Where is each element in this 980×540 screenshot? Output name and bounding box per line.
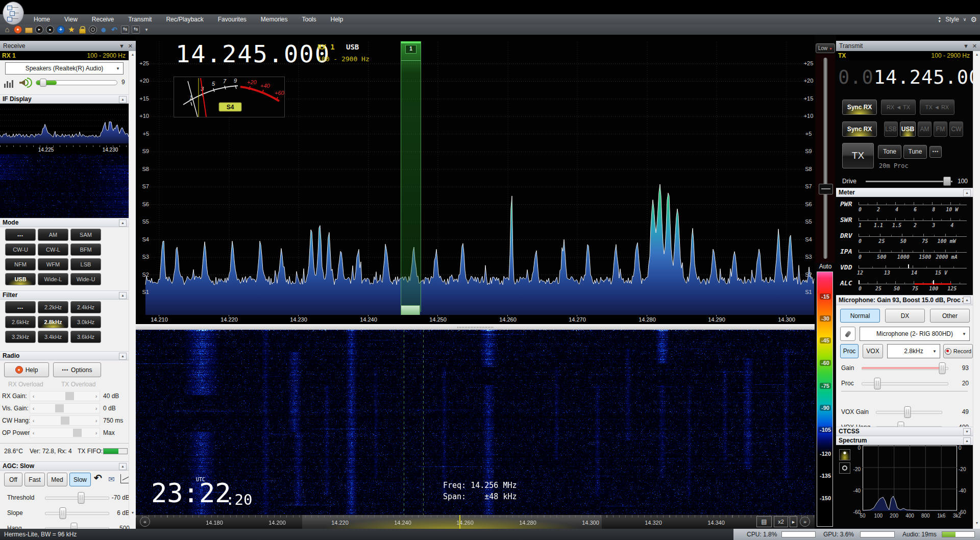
envelope-icon[interactable]: ✉	[108, 475, 115, 484]
filter-button-34khz[interactable]: 3.4kHz	[38, 331, 68, 343]
section-expand-icon[interactable]: ▼	[963, 428, 971, 435]
mic-slider-thumb[interactable]	[904, 406, 911, 418]
scroll-up-icon[interactable]: ▲	[973, 51, 980, 58]
scroll-down-icon[interactable]: ▼	[129, 509, 136, 517]
mic-slider-proc[interactable]	[862, 378, 948, 389]
radio-slider-thumb[interactable]	[61, 416, 69, 425]
swap-a-icon[interactable]: ⇆	[121, 26, 129, 34]
low-level-button[interactable]: Low ▼	[816, 43, 835, 53]
menu-item-memories[interactable]: Memories	[254, 14, 295, 24]
agc-slider-hang[interactable]	[45, 523, 109, 529]
band-step-right-button[interactable]: »	[800, 517, 810, 527]
mic-slider-gain[interactable]	[862, 362, 948, 374]
microphone-icon-button[interactable]	[840, 327, 855, 341]
agc-button-med[interactable]: Med	[47, 473, 67, 486]
sync-rx-button-2[interactable]: Sync RX	[842, 121, 877, 137]
tx-mode-button-cw[interactable]: CW	[949, 121, 963, 137]
folder-icon[interactable]	[24, 26, 33, 34]
tune-button[interactable]: Tune	[903, 145, 927, 159]
drive-slider[interactable]	[866, 177, 952, 186]
filter-button-24khz[interactable]: 2.4kHz	[70, 301, 101, 313]
scroll-right-icon[interactable]: ›	[93, 391, 100, 401]
record-button[interactable]: Record	[943, 344, 973, 358]
vfo-frequency[interactable]: 14.245.000	[176, 40, 330, 68]
menu-item-rec-playback[interactable]: Rec/Playback	[159, 14, 210, 24]
mode-button-bfm[interactable]: BFM	[70, 243, 101, 256]
audio-device-select[interactable]: Speakers (Realtek(R) Audio) ▼	[5, 62, 124, 75]
mic-slider-thumb[interactable]	[939, 362, 946, 374]
rx-from-tx-button[interactable]: RX ◄ TX	[881, 100, 916, 115]
if-display-header[interactable]: IF Display ▲	[0, 94, 129, 104]
panel-close-icon[interactable]: ✕	[972, 42, 977, 50]
lock-icon[interactable]	[78, 26, 86, 34]
waterfall-level-slider[interactable]	[816, 54, 835, 263]
mode-button-widel[interactable]: Wide-L	[38, 273, 68, 285]
section-collapse-icon[interactable]: ▲	[119, 463, 127, 470]
tx-mode-button-am[interactable]: AM	[918, 121, 932, 137]
radio-slider-oppower[interactable]: ‹›	[30, 428, 100, 438]
mode-button-am[interactable]: AM	[38, 229, 68, 241]
mode-button-lsb[interactable]: LSB	[70, 258, 101, 271]
keyboard-entry-button[interactable]: ▤	[756, 516, 772, 527]
display-splitter[interactable]	[136, 324, 815, 330]
band-step-left-button[interactable]: «	[140, 517, 150, 527]
section-collapse-icon[interactable]: ▲	[119, 353, 127, 360]
mode-section-header[interactable]: Mode ▲	[0, 218, 129, 227]
scroll-right-icon[interactable]: ›	[93, 416, 100, 425]
play-icon[interactable]: ▸	[35, 26, 43, 34]
more-options-button[interactable]: •••	[929, 146, 942, 158]
af-volume-slider[interactable]	[36, 79, 117, 87]
tx-mode-button-lsb[interactable]: LSB	[884, 121, 898, 137]
camera-icon[interactable]	[89, 26, 97, 34]
menu-item-favourites[interactable]: Favourites	[211, 14, 254, 24]
agc-slider-threshold[interactable]	[45, 492, 109, 503]
mode-button-wfm[interactable]: WFM	[38, 258, 68, 271]
scroll-left-icon[interactable]: ‹	[30, 391, 37, 401]
section-collapse-icon[interactable]: ▲	[119, 219, 127, 227]
tx-button[interactable]: TX	[842, 143, 874, 168]
undo-icon[interactable]: ↶	[94, 472, 102, 484]
menu-item-transmit[interactable]: Transmit	[121, 14, 159, 24]
filter-button-26khz[interactable]: 2.6kHz	[5, 316, 36, 328]
radio-slider-thumb[interactable]	[73, 429, 82, 437]
filter-button-36khz[interactable]: 3.6kHz	[70, 331, 101, 343]
scroll-down-icon[interactable]: ▼	[973, 520, 980, 527]
section-collapse-icon[interactable]: ▲	[963, 437, 971, 445]
proc-toggle-button[interactable]: Proc	[840, 344, 859, 358]
section-collapse-icon[interactable]: ▲	[119, 96, 127, 103]
rx-marker-number[interactable]: 1	[405, 45, 416, 54]
scroll-left-icon[interactable]: ‹	[30, 428, 37, 437]
vox-toggle-button[interactable]: VOX	[863, 344, 883, 358]
help-button[interactable]: ● Help	[4, 362, 49, 377]
tx-mode-button-fm[interactable]: FM	[934, 121, 947, 137]
panel-collapse-icon[interactable]: ▼	[963, 42, 969, 50]
scroll-right-icon[interactable]: ›	[93, 404, 100, 413]
more-icon[interactable]: ▾	[142, 26, 151, 34]
transmit-panel-scrollbar[interactable]: ▲ ▼	[973, 51, 980, 529]
life-ring-icon[interactable]: ●	[14, 26, 22, 34]
mode-button-wideu[interactable]: Wide-U	[70, 273, 101, 285]
agc-slider-thumb[interactable]	[60, 507, 66, 519]
filter-button-32khz[interactable]: 3.2kHz	[5, 331, 36, 343]
filter-section-header[interactable]: Filter ▲	[0, 290, 129, 300]
add-icon[interactable]: +	[57, 26, 65, 34]
section-collapse-icon[interactable]: ▲	[119, 292, 127, 299]
agc-button-off[interactable]: Off	[4, 473, 22, 486]
swap-b-icon[interactable]: ⇆	[132, 26, 140, 34]
panel-collapse-icon[interactable]: ▼	[119, 42, 125, 50]
profile-icon[interactable]: ☻	[100, 26, 108, 34]
radio-slider-rxgain[interactable]: ‹›	[30, 391, 100, 401]
tx-spectrum-radio-on[interactable]	[839, 449, 850, 460]
rx-passband-marker[interactable]: 1	[401, 41, 421, 312]
agc-slider-slope[interactable]	[45, 507, 109, 519]
pan-right-button[interactable]: ▸	[790, 516, 797, 527]
waterfall-level-thumb[interactable]	[819, 184, 833, 194]
mode-button-cwl[interactable]: CW-L	[38, 243, 68, 256]
style-chevron-icon[interactable]: ∨	[963, 17, 967, 22]
mic-profile-dx[interactable]: DX	[885, 309, 925, 323]
menu-item-home[interactable]: Home	[27, 14, 57, 24]
filter-button-[interactable]: •••	[5, 301, 36, 313]
agc-button-fast[interactable]: Fast	[24, 473, 45, 486]
tone-button[interactable]: Tone	[878, 145, 901, 159]
meter-section-header[interactable]: Meter ▲	[836, 188, 973, 197]
